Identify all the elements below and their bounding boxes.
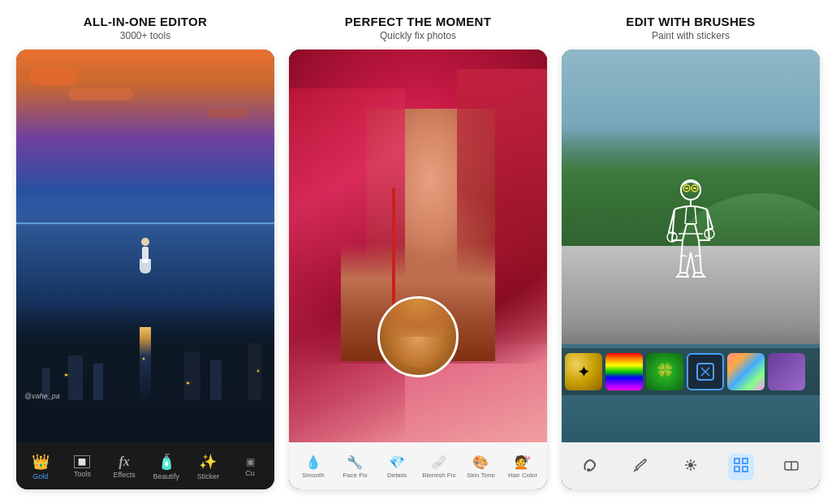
sticker-gold-inner: ✦ [565,353,602,390]
phone1-toolbar: 👑 Gold ⬜ Tools fx Effects 🧴 Beautify ✨ [16,442,274,489]
cloud3 [208,109,248,118]
smooth-icon: 💧 [305,454,321,470]
panels-container: ALL-IN-ONE EDITOR 3000+ tools [16,15,820,489]
svg-line-23 [687,467,688,469]
sticker-selected-icon [693,360,717,384]
water-glow [16,222,274,226]
light4 [257,370,259,372]
toolbar3-item-5[interactable] [775,455,808,479]
gold-label: Gold [32,472,48,480]
svg-rect-24 [735,459,739,463]
sticker-green[interactable]: 🍀 [646,353,683,390]
light2 [143,358,144,360]
blemish-icon: 🩹 [431,454,447,470]
diver-head [141,238,149,246]
figure-svg [654,175,727,305]
toolbar-item-cu[interactable]: ▣ Cu [235,456,265,477]
haircolor-icon: 💇 [515,454,531,470]
gold-icon: 👑 [32,453,50,471]
sticker-icon: ✨ [199,453,217,471]
toolbar2-item-facefix[interactable]: 🔧 Face Fix [337,454,373,479]
sticker-selected[interactable] [687,353,724,390]
toolbar2-item-skintone[interactable]: 🎨 Skin Tone [463,454,498,479]
toolbar3-item-2[interactable] [624,455,657,479]
toolbar-item-gold[interactable]: 👑 Gold [26,453,55,480]
eraser-icon [782,455,801,479]
details-label: Details [387,472,407,479]
building-d [210,360,222,400]
sticker-purple[interactable] [768,353,805,390]
svg-rect-26 [735,467,739,472]
panel3-title: EDIT With BRUSHES [626,15,755,28]
panel-perfect: PERFECT THE MOMENT Quickly fix photos [289,15,547,489]
toolbar2-item-haircolor[interactable]: 💇 Hair Color [505,454,541,479]
cu-icon: ▣ [246,456,255,467]
beautify-icon: 🧴 [157,453,175,471]
hair-in-circle [380,299,456,337]
details-icon: 💎 [389,454,405,470]
building-b [93,364,103,400]
light3 [187,382,189,384]
sticker-confetti[interactable] [727,353,765,390]
svg-point-14 [587,468,590,472]
panel-brushes: EDIT With BRUSHES Paint with stickers [562,15,820,489]
building-f [248,343,261,400]
city-buildings [16,303,274,400]
toolbar3-item-1[interactable] [574,455,606,479]
phone2-background [289,50,547,442]
phone2-toolbar: 💧 Smooth 🔧 Face Fix 💎 Details 🩹 Blemish … [289,442,547,489]
brush-spiral-icon [580,455,600,479]
svg-line-21 [693,467,695,469]
building-a [68,355,83,400]
sticker-rainbow[interactable] [605,353,643,390]
diver-figure [137,238,153,274]
panel1-subtitle: 3000+ tools [120,30,170,41]
cloud2 [68,88,133,101]
facefix-label: Face Fix [343,472,368,479]
toolbar2-item-details[interactable]: 💎 Details [379,454,415,479]
panel2-title: PERFECT THE MOMENT [345,15,491,28]
phone-frame-3: ✦ 🍀 [562,50,820,489]
sticker-gold[interactable]: ✦ [565,353,602,390]
svg-line-22 [693,461,695,463]
haircolor-label: Hair Color [508,472,537,479]
svg-line-7 [695,206,696,224]
cloud1 [29,69,78,85]
person-figure [654,175,727,305]
sparkle-icon [681,455,700,479]
toolbar2-item-smooth[interactable]: 💧 Smooth [295,454,331,479]
svg-rect-25 [743,459,748,463]
skintone-icon: 🎨 [472,454,489,470]
light1 [65,374,67,376]
diver-dress [140,259,151,274]
phone-frame-2: 💧 Smooth 🔧 Face Fix 💎 Details 🩹 Blemish … [289,50,547,489]
svg-line-6 [685,206,687,224]
effects-label: Effects [113,471,135,479]
svg-line-20 [687,461,688,463]
toolbar-item-effects[interactable]: fx Effects [110,454,139,479]
tools-icon: ⬜ [74,455,90,468]
toolbar3-item-3[interactable] [674,455,707,479]
phone3-background: ✦ 🍀 [562,50,820,442]
phone3-toolbar [562,442,820,489]
phone1-background: @vahe_pa [16,50,274,442]
building-c [184,351,200,400]
tools-label: Tools [74,470,91,478]
toolbar-item-tools[interactable]: ⬜ Tools [67,455,97,478]
face-circle [377,296,459,377]
toolbar2-item-blemish[interactable]: 🩹 Blemish Fix [421,454,457,479]
beautify-label: Beautify [153,472,180,480]
svg-point-15 [688,463,693,467]
toolbar-item-sticker[interactable]: ✨ Sticker [193,453,222,480]
panel1-title: ALL-IN-ONE EDITOR [84,15,207,28]
pen-icon [631,455,650,479]
phone-frame-1: @vahe_pa 👑 Gold ⬜ Tools fx Effects 🧴 [16,50,274,489]
panel3-subtitle: Paint with stickers [652,30,730,41]
effects-icon: fx [119,454,129,469]
toolbar-item-beautify[interactable]: 🧴 Beautify [152,453,181,480]
tall-building [140,327,151,400]
cu-label: Cu [245,469,255,477]
toolbar3-item-4[interactable] [725,454,757,480]
watermark: @vahe_pa [24,392,60,400]
panel-editor: ALL-IN-ONE EDITOR 3000+ tools [16,15,274,489]
